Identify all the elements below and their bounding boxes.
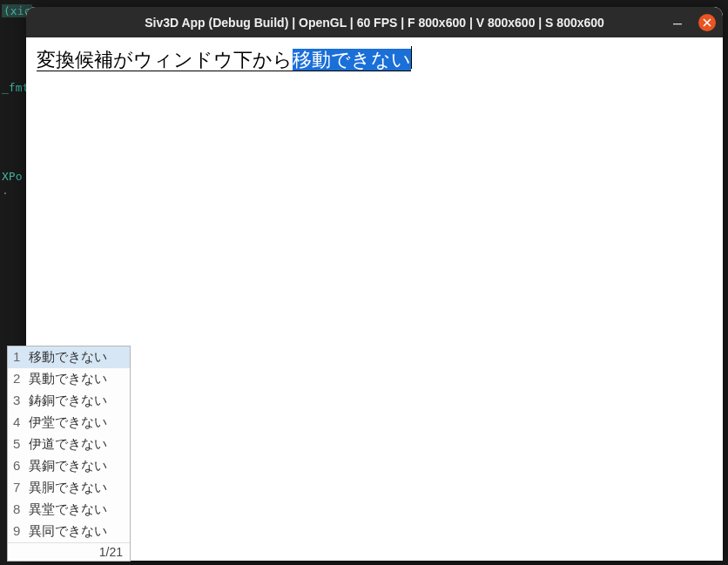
titlebar-buttons: –: [669, 14, 716, 31]
candidate-text: 異同できない: [29, 523, 107, 540]
candidate-text: 異堂できない: [29, 501, 107, 518]
window-content[interactable]: 変換候補がウィンドウ下から移動できない: [26, 37, 723, 561]
titlebar[interactable]: Siv3D App (Debug Build) | OpenGL | 60 FP…: [26, 7, 723, 37]
close-icon: [703, 18, 711, 27]
candidate-item[interactable]: 5 伊道できない: [8, 434, 130, 455]
ime-converting-text: 移動できない: [293, 49, 411, 71]
candidate-number: 1: [13, 349, 24, 366]
window-title: Siv3D App (Debug Build) | OpenGL | 60 FP…: [145, 16, 604, 30]
candidate-item[interactable]: 9 異同できない: [8, 521, 130, 542]
candidate-number: 9: [13, 523, 24, 540]
candidate-number: 6: [13, 458, 24, 474]
terminal-text: .: [2, 184, 9, 197]
candidate-text: 伊道できない: [29, 436, 107, 453]
candidate-text: 異胴できない: [29, 480, 107, 496]
ime-composition: 変換候補がウィンドウ下から移動できない: [37, 49, 411, 71]
ime-candidate-window[interactable]: 1 移動できない 2 異動できない 3 鋳銅できない 4 伊堂できない 5 伊道…: [7, 346, 131, 562]
candidate-number: 8: [13, 501, 24, 518]
candidate-text: 異銅できない: [29, 458, 107, 474]
candidate-page-indicator: 1/21: [8, 542, 130, 561]
candidate-number: 7: [13, 480, 24, 496]
candidate-item[interactable]: 7 異胴できない: [8, 477, 130, 499]
minimize-button[interactable]: –: [669, 14, 686, 31]
candidate-number: 4: [13, 414, 24, 431]
candidate-item[interactable]: 6 異銅できない: [8, 455, 130, 477]
minimize-icon: –: [673, 15, 682, 30]
candidate-number: 5: [13, 436, 24, 453]
candidate-text: 伊堂できない: [29, 414, 107, 431]
text-cursor: [411, 46, 412, 69]
candidate-number: 3: [13, 393, 24, 409]
close-button[interactable]: [698, 14, 716, 31]
candidate-item[interactable]: 8 異堂できない: [8, 499, 130, 521]
ime-confirmed-text: 変換候補がウィンドウ下から: [37, 49, 293, 71]
candidate-number: 2: [13, 371, 24, 387]
terminal-text: _fmt: [2, 81, 29, 94]
terminal-text: XPo: [2, 170, 22, 183]
candidate-item[interactable]: 4 伊堂できない: [8, 412, 130, 434]
candidate-item[interactable]: 1 移動できない: [8, 346, 130, 368]
candidate-text: 異動できない: [29, 371, 107, 387]
candidate-item[interactable]: 3 鋳銅できない: [8, 390, 130, 412]
app-window: Siv3D App (Debug Build) | OpenGL | 60 FP…: [26, 7, 723, 561]
candidate-item[interactable]: 2 異動できない: [8, 368, 130, 390]
candidate-text: 移動できない: [29, 349, 107, 366]
candidate-text: 鋳銅できない: [29, 393, 107, 409]
